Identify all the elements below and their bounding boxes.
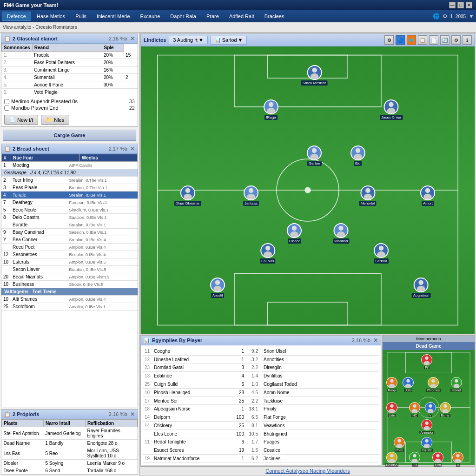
table-row[interactable]: Veawtions [262,421,379,430]
new-button[interactable]: 📄 New t/t [4,115,38,125]
field-player[interactable]: IRaga [264,99,278,120]
mini-field-player[interactable]: K [452,452,463,467]
table-row[interactable]: Pmoly [262,405,379,413]
stats-panel-close[interactable]: ✕ [373,337,378,344]
list-item[interactable]: 10BusineessStrouv, 0.IBe Vls.5 [1,281,138,288]
field-player[interactable]: Menortal [359,185,377,206]
mini-field-player[interactable]: Phrpmes [426,377,441,392]
table-row[interactable]: Stel Fed AptationJameod GarlelogRayer Fo… [2,427,138,440]
table-row[interactable]: Eles Leone10010.5 [143,430,260,438]
list-item[interactable]: 1MootingAIFF Carolls [1,162,138,169]
table-row[interactable]: Lss Eas5 ReoMor Lonn, USS Sysllnted 10 o [2,447,138,460]
table-row[interactable]: 18Alpeagsain Norse118.1 [143,405,260,413]
table-row[interactable]: Dlresglin [262,364,379,372]
table-row[interactable]: 17Mentoe Ser252.2 [143,397,260,405]
list-item[interactable]: Valtlagems Toel Trems [1,288,138,296]
field-btn-1[interactable]: ⚙ [384,35,394,45]
field-player[interactable]: Waatlori [333,223,349,244]
table-row[interactable]: Dynfiltias [262,372,379,380]
field-player[interactable]: Fal Nos [260,243,276,264]
mini-field-player[interactable]: LO [409,452,420,467]
field-btn-tweet[interactable]: 🐦 [407,35,416,45]
mini-field-player[interactable]: NC [409,402,420,417]
mini-field-player[interactable]: Bsrne [440,402,451,417]
mini-field-player[interactable]: Cnlottc [421,437,433,452]
list-item[interactable]: YBea ConnerSrealon, 0.IBe Vls.4 [1,236,138,244]
table-row[interactable]: 2.Eass Potal Delhters20% [2,59,138,66]
bread-list[interactable]: 1MootingAIFF CarollsGeslnasge J.4.4, C2.… [1,162,138,311]
table-row[interactable]: Cosalco [262,446,379,455]
table-row[interactable]: 23Domtiad Gatal32.2 [143,364,260,372]
table-row[interactable]: 3.Comtiment Einge16% [2,66,138,74]
load-game-button[interactable]: Cargle Game [3,130,136,141]
menu-prare[interactable]: Prare [202,12,224,20]
table-row[interactable]: Srion Ulsel [262,347,379,355]
table-row[interactable]: Dsee Puote6 SandTordalia 168 o [2,467,138,475]
list-item[interactable]: 7DeathegyFampon, 0.IBe Vla.1 [1,199,138,206]
list-item[interactable]: 5Beoc NculerSimcllum, 0.IBe Vls.1 [1,206,138,214]
table-row[interactable]: 11Cooghe19.2 [143,347,260,355]
table-row[interactable]: 12Ulneshe Loafited13.2 [143,355,260,364]
list-item[interactable]: Reed PoetAmpion, 0.IBe Vls.4 [1,244,138,251]
table-row[interactable]: Dead Narme1 BandlyEnorigote 28 o [2,440,138,447]
year-dropdown-icon[interactable]: ▼ [469,13,474,20]
globe-icon[interactable]: 🌐 [433,13,440,20]
list-item[interactable]: 10Alti ShamesAmpion, 0.IBe Vls.4 [1,296,138,303]
list-item[interactable]: 10EsteralsAmpion, 0.IBe Vls.5 [1,258,138,266]
field-player[interactable]: Eid [350,145,365,166]
window-controls[interactable]: — □ ✕ [449,2,472,8]
list-item[interactable]: 12SesonetoesRecolm, 0.IBe Vls.4 [1,251,138,258]
bottom-link-bar[interactable]: Connect Autalyseo Nacing Vieanders [140,466,475,475]
minimize-button[interactable]: — [449,2,456,8]
menu-excaune[interactable]: Excaune [136,12,165,20]
table-row[interactable]: 10Ploosh Henaliqed284.5 [143,388,260,397]
mini-field-player[interactable]: V [425,402,436,417]
mini-field-player[interactable]: Laie [386,402,397,417]
auding-dropdown[interactable]: 3 Auding rt ▼ [169,36,207,44]
mini-field-player[interactable]: Desdoo [385,452,398,467]
field-btn-4[interactable]: 🔄 [440,35,450,45]
table-row[interactable]: 5.Aonoe lt Pane30% [2,81,138,89]
list-item[interactable]: 20Beaal NiamatsAmpion, 0.IBe Vlsm.5 [1,273,138,281]
glasclcal-close[interactable]: ✕ [130,35,135,42]
field-player[interactable]: Garber [307,145,322,166]
table-row[interactable]: 1.Frocble20%15 [2,52,138,59]
table-row[interactable]: 19Natmnat Macdonforce16.2 [143,455,260,463]
mini-field-player[interactable]: Juils [403,377,414,392]
check-1-input[interactable] [4,99,9,104]
field-player[interactable]: Elnoor [287,223,302,244]
field-player[interactable]: Dlaar Dheaner [174,185,201,206]
field-btn-5[interactable]: ⚙ [451,35,461,45]
table-row[interactable]: Cogilaest Toded [262,380,379,389]
menu-pulls[interactable]: Pulls [71,12,91,20]
table-row[interactable]: Dloaler5 SoyingLeenla Marker 9 o [2,460,138,467]
list-item[interactable]: 9Bsay CanoinadSession, 0.IBe Vls.1 [1,229,138,236]
mini-field-player[interactable]: Fif [421,354,432,369]
check-2-input[interactable] [4,106,9,111]
close-button[interactable]: ✕ [466,2,472,8]
settings-icon[interactable]: ⚙ [443,13,448,20]
field-btn-info[interactable]: ℹ [463,35,472,45]
table-row[interactable]: 6.Votd Plegie [2,89,138,96]
menu-hase-metlos[interactable]: Hase Metlos [32,12,70,20]
table-row[interactable]: 14Cticloery258.1 [143,421,260,430]
table-row[interactable]: Puages [262,438,379,446]
menu-adfled-ralt[interactable]: Adfled Ralt [225,12,259,20]
list-item[interactable]: Secon LlaverBrapton, 0.IBe Vls.5 [1,266,138,273]
props-close[interactable]: ✕ [130,411,135,417]
table-row[interactable]: 11Redal Toniighte61.7 [143,438,260,446]
field-btn-2[interactable]: 📋 [418,35,427,45]
field-player[interactable]: Jantaas [243,185,259,206]
menu-daphr-rala[interactable]: Daphr Rala [165,12,201,20]
menu-defence[interactable]: Defence [2,12,31,21]
table-row[interactable]: Esuoct Scores191.5 [143,446,260,455]
table-row[interactable]: Annotities [262,355,379,364]
list-item[interactable]: 4TerialeSrealon, 0.IBe Vls.1 [1,192,138,199]
list-item[interactable]: 25ScotofoomAmallor, 0.IBe Vls.1 [1,303,138,311]
bread-close[interactable]: ✕ [130,145,135,152]
list-item[interactable]: 8Deio CoastrsSaacion, 0.IBe Vls.1 [1,214,138,221]
list-item[interactable]: BuratteSrealon, 0.IBe Vls.1 [1,221,138,229]
table-row[interactable]: Flat Fonge [262,413,379,422]
sarlod-dropdown[interactable]: 📊 Sarlod ▼ [211,36,247,45]
field-btn-3[interactable]: 📄 [429,35,438,45]
